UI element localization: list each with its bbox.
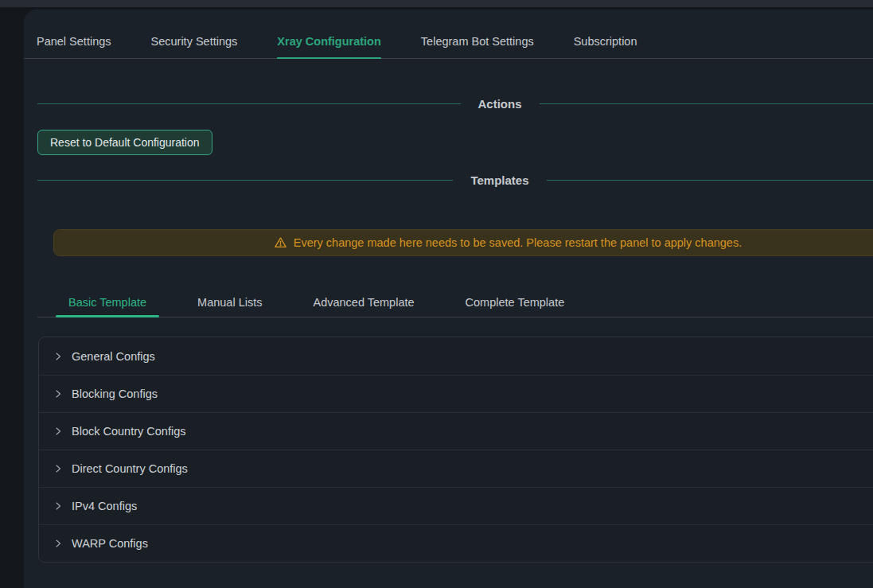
actions-button-row: Reset to Default Configuration — [37, 130, 873, 155]
accordion-item-warp-configs[interactable]: WARP Configs — [39, 524, 873, 562]
tab-security-settings[interactable]: Security Settings — [151, 35, 238, 58]
main-tab-bar: Panel Settings Security Settings Xray Co… — [24, 10, 873, 59]
accordion-item-label: Blocking Configs — [72, 387, 158, 400]
accordion-item-general-configs[interactable]: General Configs — [39, 337, 873, 375]
warning-triangle-icon — [274, 236, 287, 249]
tab-xray-configuration[interactable]: Xray Configuration — [277, 35, 381, 58]
accordion-item-label: Direct Country Configs — [72, 462, 188, 475]
template-tab-bar: Basic Template Manual Lists Advanced Tem… — [37, 290, 873, 317]
settings-card: Panel Settings Security Settings Xray Co… — [24, 10, 873, 588]
actions-section-title: Actions — [461, 97, 540, 111]
tab-telegram-bot-settings[interactable]: Telegram Bot Settings — [421, 35, 534, 58]
actions-divider: Actions — [37, 94, 873, 113]
accordion-item-blocking-configs[interactable]: Blocking Configs — [39, 375, 873, 412]
accordion-item-ipv4-configs[interactable]: IPv4 Configs — [39, 487, 873, 524]
accordion-item-block-country-configs[interactable]: Block Country Configs — [39, 412, 873, 450]
tab-panel-settings[interactable]: Panel Settings — [37, 35, 111, 58]
templates-divider: Templates — [37, 170, 873, 189]
chevron-right-icon — [53, 539, 63, 548]
tab-manual-lists[interactable]: Manual Lists — [185, 290, 275, 317]
tab-subscription[interactable]: Subscription — [574, 35, 637, 58]
restart-warning-banner: Every change made here needs to be saved… — [53, 229, 873, 256]
divider-line — [547, 180, 873, 181]
accordion-item-label: IPv4 Configs — [72, 500, 137, 512]
chevron-right-icon — [53, 426, 63, 436]
configs-accordion: General Configs Blocking Configs Block C… — [38, 337, 873, 563]
accordion-item-label: General Configs — [72, 350, 155, 363]
chevron-right-icon — [53, 389, 63, 399]
tab-advanced-template[interactable]: Advanced Template — [300, 290, 427, 317]
chevron-right-icon — [53, 464, 63, 473]
divider-line — [37, 180, 453, 181]
chevron-right-icon — [53, 501, 63, 511]
accordion-item-label: WARP Configs — [72, 537, 148, 550]
tab-content: Actions Reset to Default Configuration T… — [24, 94, 873, 563]
warning-banner-text: Every change made here needs to be saved… — [294, 236, 742, 249]
topbar — [0, 0, 873, 7]
tab-complete-template[interactable]: Complete Template — [453, 290, 578, 317]
chevron-right-icon — [53, 352, 63, 361]
tab-basic-template[interactable]: Basic Template — [56, 290, 159, 317]
reset-to-default-button[interactable]: Reset to Default Configuration — [37, 130, 212, 155]
divider-line — [37, 103, 461, 104]
divider-line — [540, 103, 873, 104]
accordion-item-label: Block Country Configs — [72, 425, 185, 438]
accordion-item-direct-country-configs[interactable]: Direct Country Configs — [39, 450, 873, 487]
templates-section-title: Templates — [453, 173, 546, 187]
